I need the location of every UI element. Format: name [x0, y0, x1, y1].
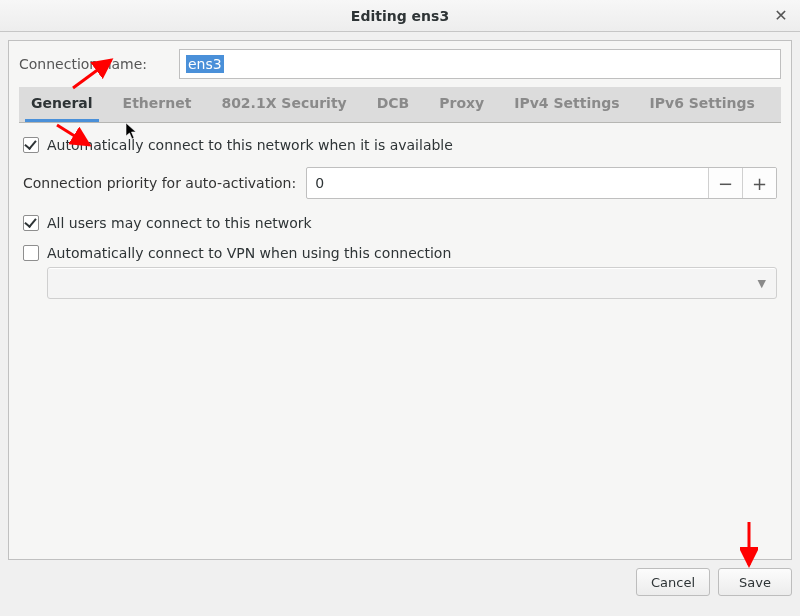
priority-decrement-button[interactable]: −	[708, 168, 742, 198]
close-icon[interactable]: ✕	[772, 6, 790, 24]
cursor-icon	[125, 122, 139, 144]
tab-proxy[interactable]: Proxy	[433, 86, 490, 122]
all-users-checkbox[interactable]	[23, 215, 39, 231]
connection-name-input[interactable]: ens3	[179, 49, 781, 79]
main-panel: Connection name: ens3 GeneralEthernet802…	[8, 40, 792, 560]
tab-ipv6[interactable]: IPv6 Settings	[644, 86, 761, 122]
window-title: Editing ens3	[351, 8, 449, 24]
tab-body-general: Automatically connect to this network wh…	[19, 123, 781, 303]
save-button[interactable]: Save	[718, 568, 792, 596]
auto-connect-label: Automatically connect to this network wh…	[47, 137, 453, 153]
priority-label: Connection priority for auto-activation:	[23, 175, 296, 191]
priority-value[interactable]: 0	[307, 168, 708, 198]
connection-name-value: ens3	[186, 55, 224, 73]
tab-dcb[interactable]: DCB	[371, 86, 416, 122]
vpn-combobox[interactable]: ▼	[47, 267, 777, 299]
tab-bar: GeneralEthernet802.1X SecurityDCBProxyIP…	[19, 87, 781, 123]
cancel-button[interactable]: Cancel	[636, 568, 710, 596]
titlebar: Editing ens3 ✕	[0, 0, 800, 32]
tab-ipv4[interactable]: IPv4 Settings	[508, 86, 625, 122]
priority-spinbox[interactable]: 0 − +	[306, 167, 777, 199]
auto-connect-checkbox[interactable]	[23, 137, 39, 153]
connection-name-label: Connection name:	[19, 56, 179, 72]
auto-vpn-label: Automatically connect to VPN when using …	[47, 245, 451, 261]
tab-ethernet[interactable]: Ethernet	[117, 86, 198, 122]
all-users-label: All users may connect to this network	[47, 215, 312, 231]
tab-general[interactable]: General	[25, 86, 99, 122]
tab-8021x[interactable]: 802.1X Security	[215, 86, 352, 122]
auto-vpn-checkbox[interactable]	[23, 245, 39, 261]
dialog-buttons: Cancel Save	[636, 568, 792, 596]
priority-increment-button[interactable]: +	[742, 168, 776, 198]
chevron-down-icon: ▼	[758, 277, 766, 290]
